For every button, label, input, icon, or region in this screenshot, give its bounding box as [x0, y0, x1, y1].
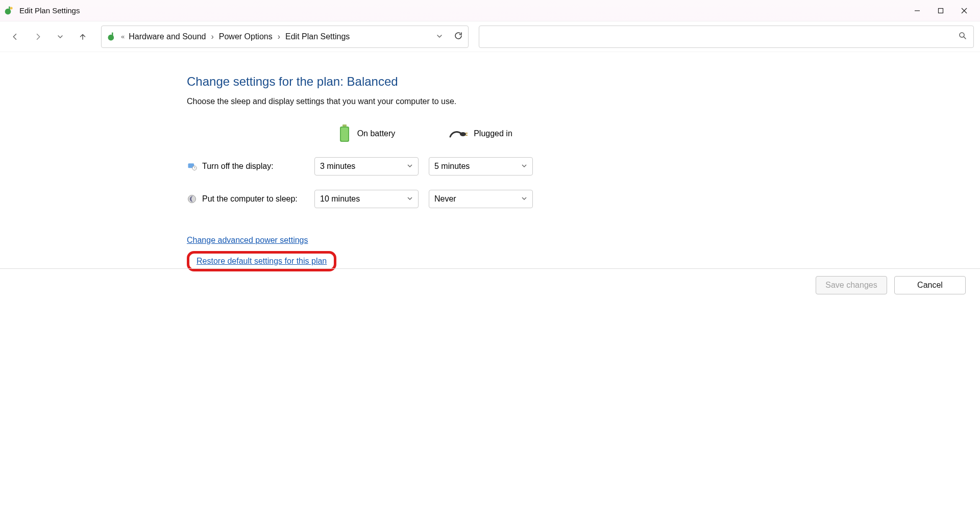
links-section: Change advanced power settings Restore d…: [187, 236, 980, 271]
sleep-plugged-dropdown[interactable]: Never: [429, 190, 533, 208]
search-bar[interactable]: [479, 26, 974, 48]
sleep-moon-icon: [187, 194, 197, 204]
chevron-down-icon: [407, 194, 413, 204]
refresh-button[interactable]: [454, 31, 463, 42]
svg-point-2: [10, 7, 13, 9]
svg-rect-13: [341, 128, 348, 141]
row-label-display: Turn off the display:: [187, 161, 309, 171]
cancel-button[interactable]: Cancel: [894, 276, 966, 294]
row-label-sleep: Put the computer to sleep:: [187, 194, 309, 204]
breadcrumb-item[interactable]: Power Options: [219, 32, 273, 41]
display-battery-value: 3 minutes: [320, 162, 355, 171]
svg-point-9: [960, 33, 964, 37]
svg-rect-4: [939, 8, 943, 13]
titlebar: Edit Plan Settings: [0, 0, 980, 21]
chevron-down-icon: [407, 162, 413, 171]
recent-locations-button[interactable]: [51, 28, 69, 46]
settings-grid: On battery Plugged in Turn off the displ…: [187, 124, 980, 208]
maximize-button[interactable]: [929, 3, 952, 19]
save-changes-button[interactable]: Save changes: [816, 276, 887, 294]
main-content: Change settings for the plan: Balanced C…: [0, 52, 980, 271]
column-header-plugged-label: Plugged in: [474, 129, 512, 138]
window-title: Edit Plan Settings: [19, 6, 80, 15]
chevron-right-icon: ›: [211, 32, 213, 41]
display-battery-dropdown[interactable]: 3 minutes: [314, 157, 419, 176]
breadcrumb-item[interactable]: Hardware and Sound: [129, 32, 206, 41]
sleep-battery-dropdown[interactable]: 10 minutes: [314, 190, 419, 208]
display-plugged-value: 5 minutes: [434, 162, 470, 171]
location-icon: [107, 32, 117, 42]
address-bar[interactable]: « Hardware and Sound › Power Options › E…: [101, 26, 469, 48]
chevron-right-icon: ›: [278, 32, 280, 41]
svg-line-10: [964, 37, 966, 39]
column-header-battery: On battery: [309, 124, 424, 143]
footer-buttons: Save changes Cancel: [0, 268, 980, 294]
sleep-battery-value: 10 minutes: [320, 194, 360, 204]
search-input[interactable]: [485, 32, 958, 41]
forward-button[interactable]: [29, 28, 47, 46]
svg-rect-1: [9, 6, 10, 10]
svg-rect-11: [342, 124, 347, 127]
row-label-display-text: Turn off the display:: [202, 162, 274, 171]
plug-icon: [449, 129, 468, 139]
column-header-plugged: Plugged in: [424, 129, 538, 139]
change-advanced-link[interactable]: Change advanced power settings: [187, 236, 308, 245]
chevron-down-icon: [521, 162, 527, 171]
back-button[interactable]: [6, 28, 24, 46]
column-header-battery-label: On battery: [357, 129, 396, 138]
display-timer-icon: [187, 161, 197, 171]
breadcrumb: Hardware and Sound › Power Options › Edi…: [129, 32, 350, 41]
close-button[interactable]: [952, 3, 976, 19]
row-label-sleep-text: Put the computer to sleep:: [202, 194, 298, 204]
breadcrumb-item[interactable]: Edit Plan Settings: [285, 32, 350, 41]
toolbar: « Hardware and Sound › Power Options › E…: [0, 21, 980, 52]
page-description: Choose the sleep and display settings th…: [187, 97, 980, 106]
restore-defaults-link[interactable]: Restore default settings for this plan: [197, 257, 327, 266]
minimize-button[interactable]: [905, 3, 929, 19]
page-title: Change settings for the plan: Balanced: [187, 74, 980, 89]
display-plugged-dropdown[interactable]: 5 minutes: [429, 157, 533, 176]
battery-icon: [338, 124, 351, 143]
up-button[interactable]: [74, 28, 92, 46]
svg-point-14: [460, 132, 466, 136]
sleep-plugged-value: Never: [434, 194, 456, 204]
app-icon: [4, 6, 14, 16]
svg-rect-8: [112, 32, 113, 36]
search-icon[interactable]: [958, 31, 967, 42]
address-dropdown-button[interactable]: [436, 32, 443, 41]
chevron-down-icon: [521, 194, 527, 204]
path-overflow-icon[interactable]: «: [121, 33, 125, 40]
